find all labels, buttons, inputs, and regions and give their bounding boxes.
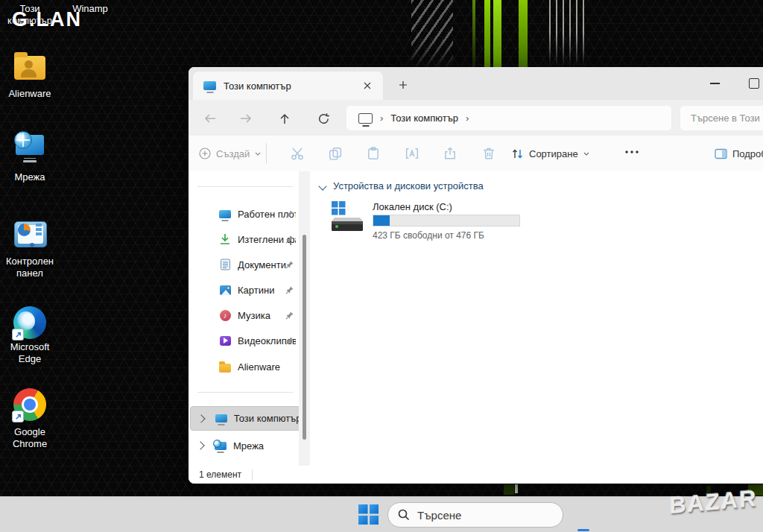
chevron-right-icon: ›	[466, 113, 469, 124]
address-bar: › Този компютър › Търсене в Този компютъ…	[189, 100, 763, 136]
breadcrumb-this-pc[interactable]: Този компютър	[390, 113, 458, 124]
desktop-icon-edge[interactable]	[0, 305, 60, 340]
new-button-label: Създай	[216, 148, 250, 159]
copy-icon[interactable]	[328, 146, 343, 161]
start-button[interactable]	[358, 504, 379, 525]
wallpaper-white-fragment	[515, 484, 518, 493]
share-icon[interactable]	[443, 146, 458, 161]
expand-chevron-icon[interactable]	[196, 441, 204, 449]
desktop-icon-control-panel[interactable]	[0, 217, 60, 251]
folder-icon	[218, 360, 232, 373]
desktop-icon-chrome-label[interactable]: Google Chrome	[0, 426, 60, 450]
sidebar-item-alienware[interactable]: Alienware	[190, 355, 299, 378]
sidebar-item-downloads[interactable]: Изтеглени файлове	[190, 228, 299, 250]
delete-icon[interactable]	[481, 146, 496, 161]
tab-title: Този компютър	[224, 80, 359, 92]
sidebar-item-documents[interactable]: Документи	[190, 253, 299, 276]
documents-icon	[218, 258, 232, 271]
status-divider	[252, 469, 253, 481]
more-options-icon[interactable]	[625, 151, 639, 153]
desktop-icon-control-panel-label[interactable]: Контролен панел	[0, 256, 60, 279]
this-pc-icon	[203, 81, 216, 90]
tab-close-icon[interactable]	[359, 77, 376, 94]
sidebar-item-this-pc[interactable]: Този компютър	[190, 406, 300, 431]
drive-name[interactable]: Локален диск (C:)	[373, 201, 452, 212]
scrollbar-thumb[interactable]	[303, 235, 306, 440]
view-details-label: Подробности	[732, 148, 763, 159]
expand-chevron-icon[interactable]	[197, 414, 205, 422]
chrome-icon	[13, 387, 47, 422]
wallpaper-green-bar	[493, 0, 501, 72]
desktop-icon-alienware-label[interactable]: Alienware	[0, 88, 60, 100]
pictures-icon	[218, 283, 232, 297]
search-box[interactable]: Търсене в Този компютър	[680, 106, 763, 130]
sidebar-item-music[interactable]: Музика	[190, 304, 299, 326]
control-panel-icon	[13, 217, 47, 251]
sidebar-divider	[197, 392, 293, 393]
taskbar-search-label: Търсене	[417, 509, 461, 522]
pin-icon	[285, 234, 294, 244]
network-icon	[214, 439, 227, 452]
tab-this-pc[interactable]: Този компютър	[193, 72, 383, 100]
status-bar: 1 елемент	[189, 466, 763, 484]
forward-button[interactable]	[236, 109, 256, 128]
local-disk-icon[interactable]	[328, 200, 365, 237]
desktop-icon-network-label[interactable]: Мрежа	[0, 171, 60, 183]
taskbar-search[interactable]: Търсене	[387, 502, 563, 528]
sort-button[interactable]: Сортиране	[511, 143, 589, 164]
sidebar-item-pictures[interactable]: Картини	[190, 279, 299, 301]
rename-icon[interactable]	[405, 146, 420, 161]
command-toolbar: Създай	[189, 136, 763, 172]
network-icon	[13, 131, 47, 165]
tab-bar: Този компютър	[189, 67, 763, 100]
pin-icon	[285, 310, 294, 320]
desktop-icon-alienware[interactable]	[0, 51, 60, 85]
wallpaper-green-bar	[519, 0, 528, 72]
minimize-button[interactable]	[710, 83, 720, 84]
desktop: Този компютър Winamp G.LAN Alienware Мре…	[0, 0, 763, 532]
paste-icon[interactable]	[366, 146, 381, 161]
downloads-icon	[218, 232, 232, 246]
this-pc-icon	[215, 412, 228, 425]
videos-icon	[218, 334, 232, 347]
drive-used-fill	[373, 215, 390, 226]
sidebar-divider	[197, 186, 293, 187]
pin-icon	[285, 285, 294, 294]
shortcut-arrow-icon	[12, 329, 24, 341]
file-explorer-window: Този компютър	[189, 67, 763, 484]
group-header-devices[interactable]: Устройства и дискови устройства	[320, 180, 484, 191]
maximize-button[interactable]	[749, 78, 759, 89]
wallpaper-circuit-lines	[549, 0, 588, 66]
up-button[interactable]	[275, 109, 294, 128]
watermark-glan: G.LAN	[12, 8, 82, 31]
new-button[interactable]: Създай	[199, 143, 261, 164]
cut-icon[interactable]	[290, 146, 305, 161]
content-pane: Устройства и дискови устройства Локален …	[312, 171, 763, 466]
desktop-icon-edge-label[interactable]: Microsoft Edge	[0, 341, 60, 365]
back-button[interactable]	[200, 109, 220, 128]
taskbar: Търсене	[0, 496, 763, 532]
scrollbar-track[interactable]	[299, 171, 310, 466]
sidebar-item-videos[interactable]: Видеоклипове	[190, 329, 299, 352]
wallpaper-green-bar	[472, 0, 475, 72]
sidebar-item-desktop[interactable]: Работен плот	[190, 203, 299, 225]
toolbar-divider	[266, 143, 267, 164]
item-count: 1 елемент	[199, 469, 241, 480]
music-icon	[218, 308, 232, 322]
pin-icon	[285, 209, 294, 218]
desktop-icon-chrome[interactable]	[0, 387, 60, 422]
shared-folder-icon	[13, 51, 47, 85]
refresh-button[interactable]	[314, 109, 333, 128]
breadcrumb[interactable]: › Този компютър ›	[346, 106, 671, 130]
navigation-pane: Работен плот Изтеглени файлове Документи	[189, 171, 312, 466]
sidebar-item-network[interactable]: Мрежа	[190, 434, 299, 457]
view-details-button[interactable]: Подробности	[715, 143, 763, 164]
wallpaper-green-bar	[484, 0, 490, 72]
new-tab-button[interactable]	[394, 76, 412, 94]
pin-icon	[285, 259, 294, 269]
running-app-indicator	[577, 529, 589, 531]
desktop-icon-network[interactable]	[0, 131, 60, 165]
chevron-right-icon: ›	[380, 113, 383, 124]
collapse-chevron-icon[interactable]	[318, 182, 326, 190]
pin-icon	[285, 335, 294, 345]
